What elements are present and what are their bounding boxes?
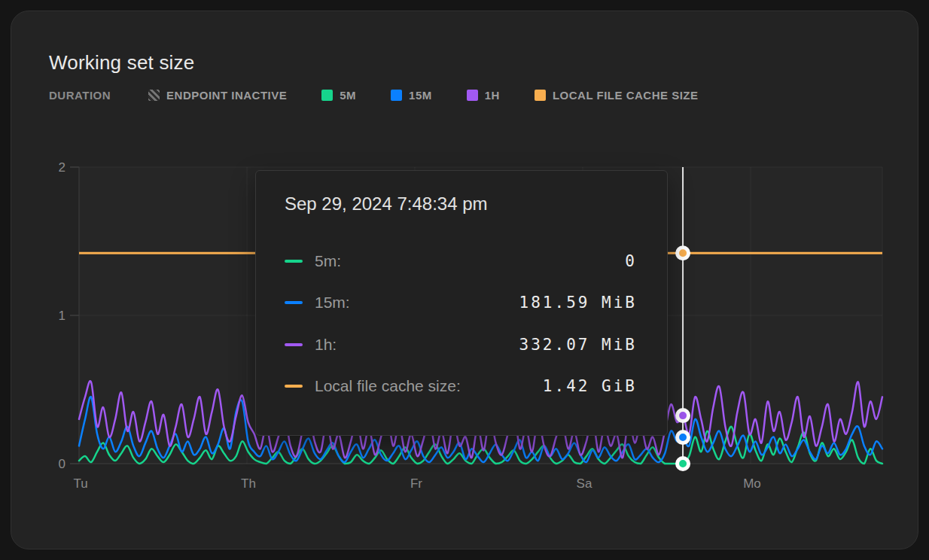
crosshair-dot-5m (678, 458, 689, 470)
x-tick-label: Th (241, 476, 256, 491)
purple-swatch-icon (467, 90, 478, 101)
crosshair-dot-15m (678, 432, 689, 443)
chart-legend: DURATION ENDPOINT INACTIVE 5M 15M 1H LOC… (49, 89, 699, 102)
legend-item-1h[interactable]: 1H (467, 89, 500, 102)
tooltip-row-1h: 1h: 332.07 MiB (285, 324, 637, 366)
y-tick-label: 1 (59, 309, 65, 323)
tooltip-row-15m: 15m: 181.59 MiB (285, 282, 637, 324)
tooltip-rows: 5m: 0 15m: 181.59 MiB 1h: 332.07 MiB Loc… (285, 240, 637, 407)
purple-dash-icon (285, 343, 303, 346)
page-title: Working set size (49, 51, 194, 75)
tooltip-row-label: Local file cache size: (315, 377, 461, 395)
tooltip-row-value: 332.07 MiB (519, 336, 637, 354)
crosshair-dot-local-file-cache-size (678, 248, 689, 259)
tooltip-timestamp: Sep 29, 2024 7:48:34 pm (285, 193, 488, 215)
orange-dash-icon (285, 385, 303, 388)
screen: Working set size DURATION ENDPOINT INACT… (0, 0, 929, 560)
tooltip-row-5m: 5m: 0 (285, 240, 637, 282)
x-tick-label: Sa (577, 476, 592, 491)
legend-item-label: ENDPOINT INACTIVE (166, 89, 287, 102)
y-tick-label: 0 (59, 457, 65, 471)
blue-dash-icon (285, 301, 303, 304)
crosshair-dot-1h (678, 410, 689, 422)
green-dash-icon (285, 260, 303, 263)
blue-swatch-icon (391, 90, 402, 101)
legend-item-15m[interactable]: 15M (391, 89, 432, 102)
legend-item-label: 1H (485, 89, 500, 102)
legend-item-local-file-cache-size[interactable]: LOCAL FILE CACHE SIZE (535, 89, 699, 102)
tooltip-row-value: 1.42 GiB (543, 377, 637, 395)
legend-item-label: 5M (340, 89, 356, 102)
legend-item-5m[interactable]: 5M (321, 89, 356, 102)
tooltip-row-label: 15m: (315, 294, 350, 312)
x-tick-label: Tu (73, 476, 87, 491)
tooltip-row-value: 0 (625, 252, 637, 270)
orange-swatch-icon (535, 90, 546, 101)
duration-label: DURATION (49, 89, 111, 102)
hatch-swatch-icon (148, 90, 160, 101)
x-tick-label: Fr (410, 476, 422, 491)
tooltip-row-label: 1h: (315, 336, 337, 354)
x-tick-label: Mo (743, 476, 761, 491)
chart-tooltip: Sep 29, 2024 7:48:34 pm 5m: 0 15m: 181.5… (255, 170, 668, 436)
legend-item-label: LOCAL FILE CACHE SIZE (553, 89, 699, 102)
legend-item-endpoint-inactive[interactable]: ENDPOINT INACTIVE (148, 89, 287, 102)
tooltip-row-value: 181.59 MiB (519, 294, 637, 312)
tooltip-row-local-file-cache-size: Local file cache size: 1.42 GiB (285, 366, 637, 408)
green-swatch-icon (321, 90, 333, 101)
y-tick-label: 2 (59, 160, 65, 175)
tooltip-row-label: 5m: (315, 252, 341, 270)
legend-item-label: 15M (409, 89, 432, 102)
